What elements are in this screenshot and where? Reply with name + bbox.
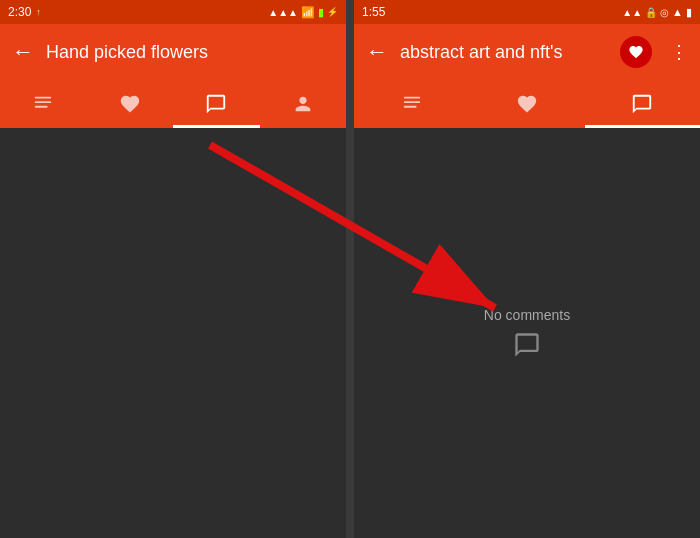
battery-icon-right: ▮ [686, 6, 692, 19]
status-bar-left: 2:30 ↑ ▲▲▲ 📶 ▮ ⚡ [0, 0, 346, 24]
nav-icon-left: ↑ [36, 7, 41, 17]
status-icons-right: ▲▲ 🔒 ◎ ▲ ▮ [622, 6, 692, 19]
time-right: 1:55 [362, 5, 385, 19]
no-comments-container: No comments [484, 307, 570, 359]
svg-rect-5 [403, 106, 416, 108]
status-bar-right: 1:55 ▲▲ 🔒 ◎ ▲ ▮ [354, 0, 700, 24]
status-time-right: 1:55 [362, 5, 385, 19]
back-button-right[interactable]: ← [366, 39, 388, 65]
no-comments-label: No comments [484, 307, 570, 323]
signal-icon-right: ▲▲ [622, 7, 642, 18]
tab-chat-right[interactable] [585, 80, 700, 128]
svg-rect-0 [35, 97, 52, 99]
left-screen: 2:30 ↑ ▲▲▲ 📶 ▮ ⚡ ← Hand picked flowers [0, 0, 350, 538]
circle-icon-right: ◎ [660, 7, 669, 18]
status-icons-left: ▲▲▲ 📶 ▮ ⚡ [268, 6, 338, 19]
svg-rect-1 [35, 101, 52, 103]
app-bar-right: ← abstract art and nft's ⋮ [354, 24, 700, 80]
menu-icon-right[interactable]: ⋮ [670, 41, 688, 63]
back-button-left[interactable]: ← [12, 39, 34, 65]
wifi-icon-right: ▲ [672, 6, 683, 18]
status-time-left: 2:30 ↑ [8, 5, 41, 19]
wifi-icon-left: 📶 [301, 6, 315, 19]
feed-icon-right [401, 93, 423, 115]
tab-bar-right [354, 80, 700, 128]
app-title-left: Hand picked flowers [46, 42, 334, 63]
avatar-heart-right [620, 36, 652, 68]
chat-icon-left [205, 93, 227, 115]
chat-icon-right [631, 93, 653, 115]
heart-icon-left [119, 93, 141, 115]
tab-feed-left[interactable] [0, 80, 87, 128]
svg-rect-3 [403, 97, 420, 99]
feed-icon-left [32, 93, 54, 115]
lock-icon-right: 🔒 [645, 7, 657, 18]
tab-chat-left[interactable] [173, 80, 260, 128]
heart-icon-right [516, 93, 538, 115]
charge-icon-left: ⚡ [327, 7, 338, 17]
person-icon-left [292, 93, 314, 115]
content-right: No comments [354, 128, 700, 538]
tab-bar-left [0, 80, 346, 128]
tab-heart-right[interactable] [469, 80, 584, 128]
tab-feed-right[interactable] [354, 80, 469, 128]
time-left: 2:30 [8, 5, 31, 19]
signal-icon-left: ▲▲▲ [268, 7, 298, 18]
no-comments-icon [513, 331, 541, 359]
content-left [0, 128, 346, 538]
app-bar-left: ← Hand picked flowers [0, 24, 346, 80]
app-title-right: abstract art and nft's [400, 42, 608, 63]
heart-avatar-icon [628, 44, 644, 60]
tab-heart-left[interactable] [87, 80, 174, 128]
battery-icon-left: ▮ [318, 6, 324, 19]
tab-person-left[interactable] [260, 80, 347, 128]
svg-rect-2 [35, 106, 48, 108]
right-screen: 1:55 ▲▲ 🔒 ◎ ▲ ▮ ← abstract art and nft's… [354, 0, 700, 538]
svg-rect-4 [403, 101, 420, 103]
